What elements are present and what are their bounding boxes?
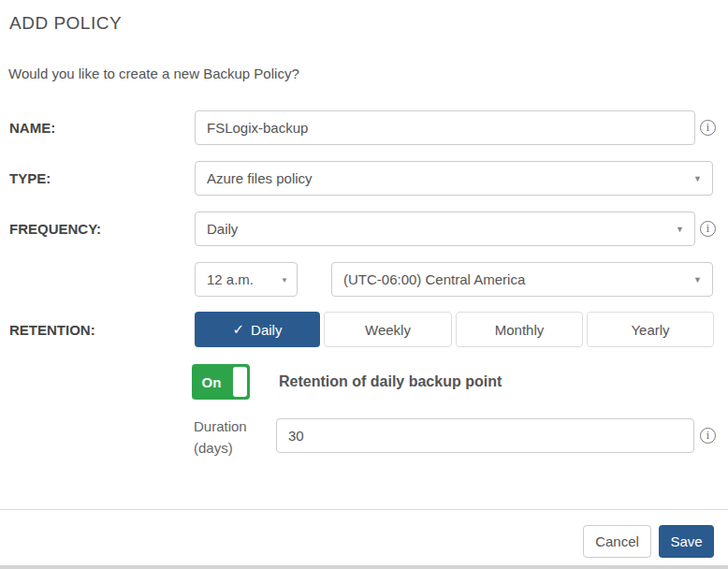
retention-tab-monthly-label: Monthly bbox=[495, 322, 545, 338]
timezone-select-value: (UTC-06:00) Central America bbox=[343, 271, 525, 287]
retention-label: RETENTION: bbox=[9, 322, 95, 338]
toggle-knob bbox=[233, 367, 247, 397]
cancel-button[interactable]: Cancel bbox=[583, 525, 651, 558]
check-icon: ✓ bbox=[233, 321, 245, 338]
duration-label: Duration (days) bbox=[194, 416, 247, 459]
duration-label-line1: Duration bbox=[194, 416, 247, 437]
daily-retention-toggle[interactable]: On bbox=[192, 364, 250, 400]
frequency-select-value: Daily bbox=[207, 221, 238, 237]
chevron-down-icon: ▼ bbox=[676, 225, 684, 234]
duration-input[interactable] bbox=[276, 418, 694, 453]
chevron-down-icon: ▼ bbox=[693, 275, 702, 284]
name-info-icon[interactable]: i bbox=[700, 120, 716, 136]
name-input[interactable] bbox=[195, 110, 695, 145]
toggle-on-label: On bbox=[192, 374, 233, 390]
retention-tab-yearly-label: Yearly bbox=[631, 322, 669, 338]
retention-tab-weekly-label: Weekly bbox=[365, 322, 411, 338]
chevron-down-icon: ▼ bbox=[693, 174, 702, 183]
retention-tab-monthly[interactable]: Monthly bbox=[456, 312, 583, 347]
type-select[interactable]: Azure files policy ▼ bbox=[195, 161, 713, 196]
retention-tab-daily-label: Daily bbox=[251, 322, 282, 338]
time-select-value: 12 a.m. bbox=[207, 271, 254, 287]
dialog-intro-text: Would you like to create a new Backup Po… bbox=[8, 66, 299, 81]
daily-retention-toggle-label: Retention of daily backup point bbox=[279, 373, 502, 390]
add-policy-dialog: ADD POLICY Would you like to create a ne… bbox=[0, 0, 728, 569]
retention-tab-weekly[interactable]: Weekly bbox=[324, 312, 452, 347]
retention-tab-daily[interactable]: ✓ Daily bbox=[195, 312, 320, 347]
dialog-bottom-edge bbox=[0, 565, 728, 569]
frequency-label: FREQUENCY: bbox=[9, 221, 101, 237]
timezone-select[interactable]: (UTC-06:00) Central America ▼ bbox=[331, 262, 713, 297]
footer-divider bbox=[0, 509, 728, 510]
duration-label-line2: (days) bbox=[194, 437, 247, 459]
name-label: NAME: bbox=[9, 120, 55, 136]
type-select-value: Azure files policy bbox=[207, 170, 313, 186]
time-select[interactable]: 12 a.m. ▼ bbox=[195, 262, 298, 297]
duration-info-icon[interactable]: i bbox=[700, 428, 716, 444]
type-label: TYPE: bbox=[9, 170, 51, 186]
save-button[interactable]: Save bbox=[659, 525, 714, 558]
chevron-down-icon: ▼ bbox=[281, 275, 288, 284]
retention-tab-yearly[interactable]: Yearly bbox=[587, 312, 714, 347]
frequency-info-icon[interactable]: i bbox=[700, 221, 716, 237]
frequency-select[interactable]: Daily ▼ bbox=[195, 212, 695, 246]
dialog-title: ADD POLICY bbox=[9, 13, 122, 34]
